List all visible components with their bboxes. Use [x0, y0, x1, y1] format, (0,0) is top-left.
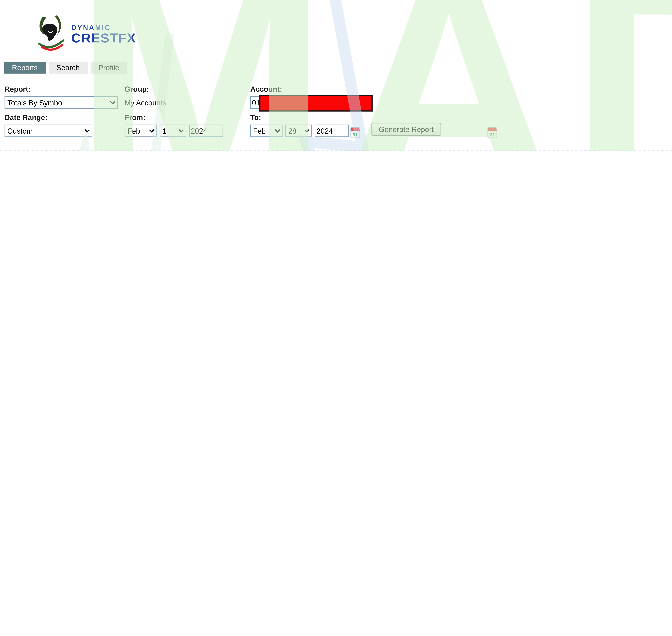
tab-profile[interactable]: Profile [91, 62, 127, 74]
brand-line2: CRESTFX [71, 30, 136, 45]
from-day-select[interactable]: 1 [160, 124, 186, 137]
dotted-separator [0, 151, 672, 151]
group-label: Group: [124, 85, 149, 93]
generate-report-button[interactable]: Generate Report [372, 123, 441, 136]
from-month-select[interactable]: Feb [124, 124, 157, 137]
from-year-input[interactable] [189, 124, 223, 137]
to-year-input[interactable] [315, 124, 349, 137]
to-month-select[interactable]: Feb [250, 124, 282, 137]
report-form: Report: Group: Account: Totals By Symbol… [4, 85, 672, 146]
report-label: Report: [4, 85, 31, 93]
brand-logo: DYNAMIC CRESTFX [33, 15, 136, 55]
propreports-page: Signed in as | Sign Out DYNAMIC CRESTFX … [0, 0, 672, 151]
tab-search[interactable]: Search [48, 62, 87, 74]
to-calendar-icon[interactable] [488, 127, 497, 138]
bull-logo-icon [33, 15, 68, 55]
account-label: Account: [250, 85, 282, 93]
report-select[interactable]: Totals By Symbol [4, 96, 118, 109]
from-label: From: [124, 113, 145, 122]
from-calendar-icon[interactable] [350, 127, 360, 138]
redacted-account [259, 95, 373, 112]
to-label: To: [250, 113, 261, 122]
date-range-select[interactable]: Custom [4, 124, 92, 137]
to-day-select[interactable]: 28 [285, 124, 312, 137]
nav-tabs: Reports Search Profile [4, 62, 127, 74]
brand-name: DYNAMIC CRESTFX [71, 23, 136, 45]
date-range-label: Date Range: [4, 113, 47, 122]
tab-reports[interactable]: Reports [4, 62, 45, 74]
group-value: My Accounts [124, 99, 166, 107]
